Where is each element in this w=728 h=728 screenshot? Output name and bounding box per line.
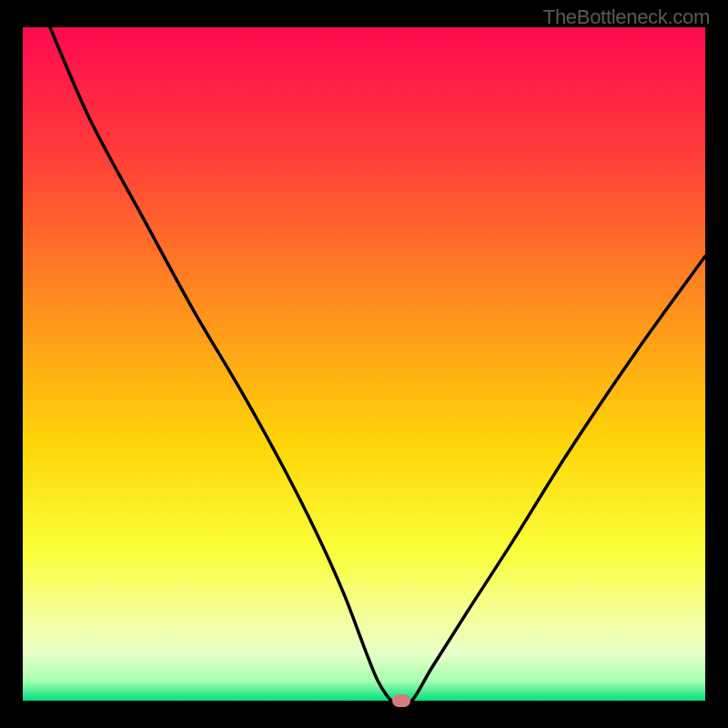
- bottleneck-curve: [23, 27, 705, 701]
- optimal-point-marker: [392, 694, 410, 707]
- chart-container: TheBottleneck.com: [0, 0, 728, 728]
- watermark-text: TheBottleneck.com: [543, 5, 710, 29]
- plot-area: [23, 27, 705, 701]
